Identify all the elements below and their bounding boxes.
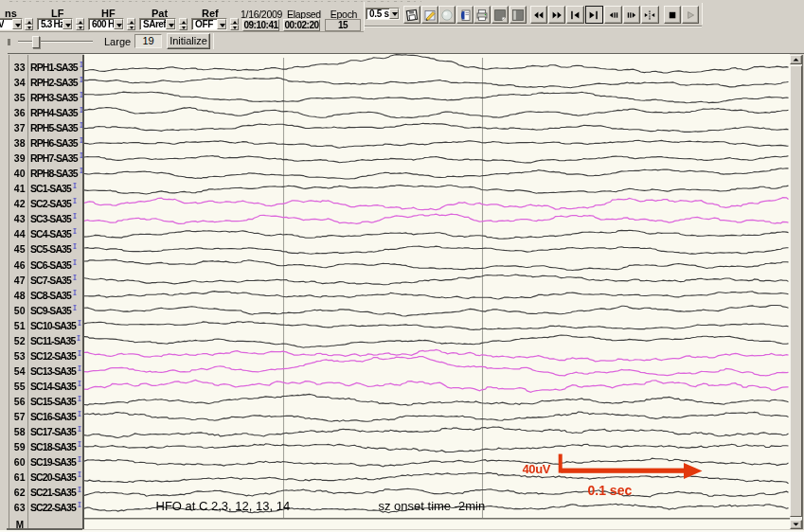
svg-text:HFO at C 2,3, 12, 13, 14: HFO at C 2,3, 12, 13, 14: [155, 499, 290, 513]
svg-text:sz onset time -2min: sz onset time -2min: [378, 499, 485, 513]
svg-text:0.1 sec: 0.1 sec: [587, 483, 632, 498]
svg-text:40uV: 40uV: [522, 462, 550, 476]
